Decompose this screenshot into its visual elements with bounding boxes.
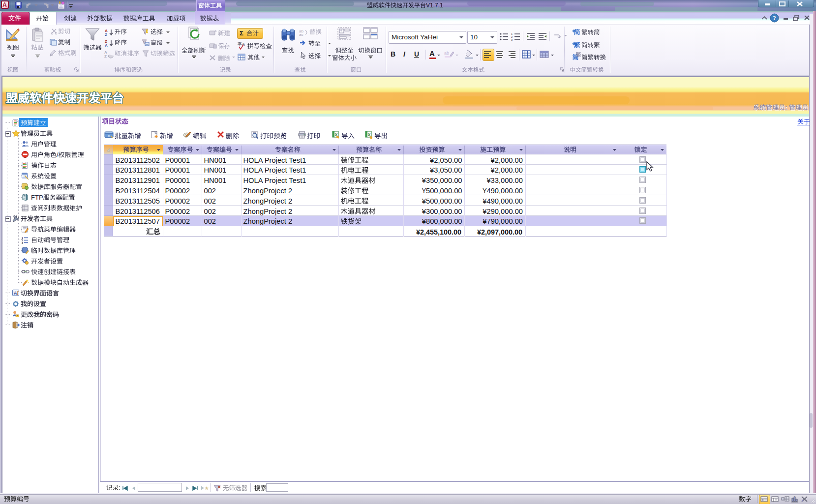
svg-text:ab: ab <box>444 51 449 56</box>
svg-text:A: A <box>14 291 17 296</box>
svg-text:ac: ac <box>299 32 303 37</box>
svg-text:?: ? <box>773 14 776 22</box>
svg-text:3: 3 <box>22 241 23 244</box>
svg-text:字A: 字A <box>238 42 245 47</box>
svg-text:Z: Z <box>105 32 107 37</box>
svg-text:A: A <box>105 43 108 48</box>
svg-text:3: 3 <box>511 38 513 41</box>
svg-text:Z: Z <box>104 54 107 59</box>
